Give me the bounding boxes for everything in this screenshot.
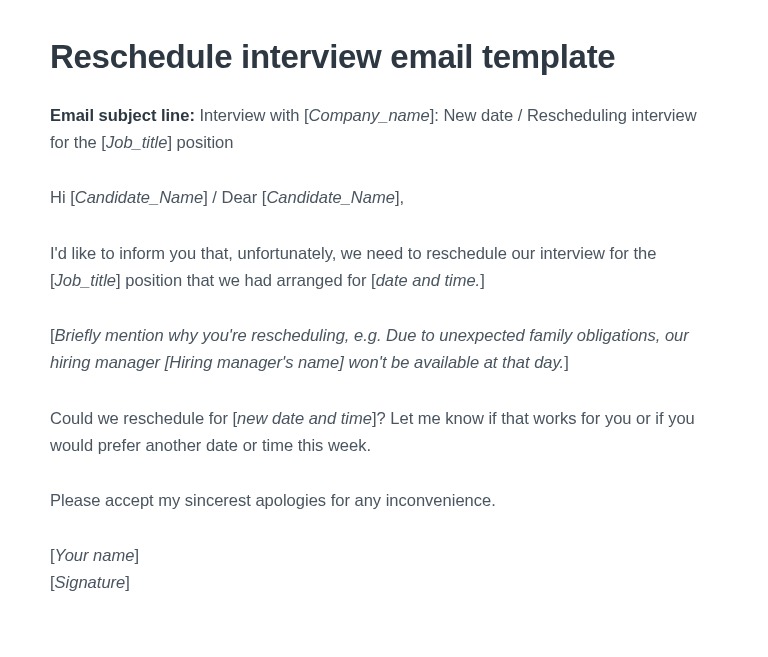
greeting-text-2: ] / Dear [ <box>203 188 266 206</box>
paragraph-reason: [Briefly mention why you're rescheduling… <box>50 322 718 376</box>
signoff: [Your name] [Signature] <box>50 542 718 596</box>
subject-text-3: ] position <box>167 133 233 151</box>
candidate-placeholder-1: Candidate_Name <box>75 188 203 206</box>
subject-label: Email subject line: <box>50 106 195 124</box>
your-name-placeholder: Your name <box>55 546 135 564</box>
para1-text-2: ] position that we had arranged for [ <box>116 271 376 289</box>
para1-text-3: ] <box>480 271 485 289</box>
candidate-placeholder-2: Candidate_Name <box>266 188 394 206</box>
reason-close-bracket: ] <box>564 353 569 371</box>
company-placeholder: Company_name <box>309 106 430 124</box>
para3-text-1: Could we reschedule for [ <box>50 409 237 427</box>
greeting-text-1: Hi [ <box>50 188 75 206</box>
subject-line: Email subject line: Interview with [Comp… <box>50 102 718 156</box>
datetime-placeholder: date and time. <box>376 271 481 289</box>
new-datetime-placeholder: new date and time <box>237 409 372 427</box>
job-title-placeholder-2: Job_title <box>55 271 116 289</box>
job-title-placeholder: Job_title <box>106 133 167 151</box>
greeting-text-3: ], <box>395 188 404 206</box>
paragraph-apology: Please accept my sincerest apologies for… <box>50 487 718 514</box>
reason-placeholder: Briefly mention why you're rescheduling,… <box>50 326 689 371</box>
signoff-close-2: ] <box>125 573 130 591</box>
signature-placeholder: Signature <box>55 573 126 591</box>
subject-text-1: Interview with [ <box>195 106 309 124</box>
greeting: Hi [Candidate_Name] / Dear [Candidate_Na… <box>50 184 718 211</box>
signoff-close-1: ] <box>134 546 139 564</box>
paragraph-reschedule: Could we reschedule for [new date and ti… <box>50 405 718 459</box>
page-title: Reschedule interview email template <box>50 38 718 76</box>
paragraph-inform: I'd like to inform you that, unfortunate… <box>50 240 718 294</box>
